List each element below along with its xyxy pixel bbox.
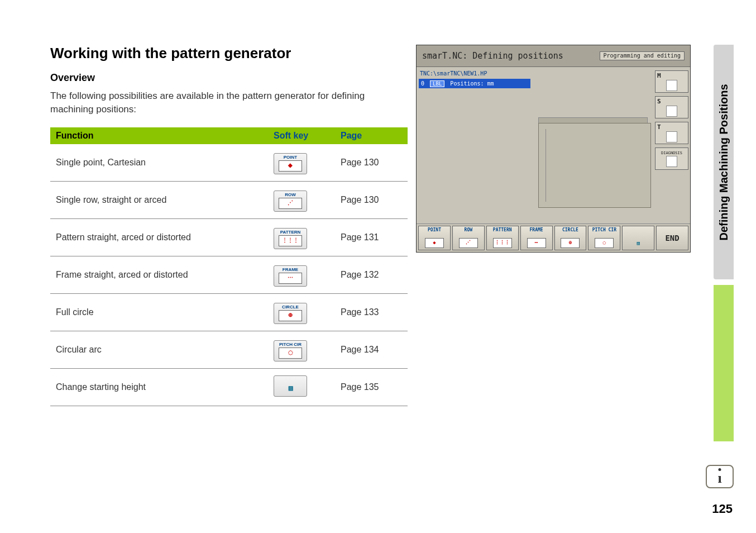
mini-icon <box>666 80 677 91</box>
app-title: smarT.NC: Defining positions <box>422 51 563 61</box>
sk-pattern[interactable]: PATTERN ⋮⋮⋮ <box>486 226 519 250</box>
side-btn-diagnosis[interactable]: DIAGNOSIS <box>655 147 688 170</box>
page-cell: Page 134 <box>335 331 408 368</box>
lbl-badge: LBL <box>430 80 444 87</box>
func-cell: Frame straight, arced or distorted <box>50 256 268 293</box>
page-cell: Page 133 <box>335 293 408 331</box>
softkey-cell: ROW ⋰ <box>268 181 335 218</box>
softkey-cell: PATTERN ⋮⋮⋮ <box>268 218 335 256</box>
sk-point[interactable]: POINT ◆ <box>418 226 451 250</box>
table-row: Frame straight, arced or distorted FRAME… <box>50 256 408 293</box>
table-row: Circular arc PITCH CIR ◌ Page 134 <box>50 331 408 368</box>
frame-icon: FRAME ⋯ <box>274 265 307 287</box>
row-icon: ROW ⋰ <box>274 191 307 212</box>
sk-frame[interactable]: FRAME ⋯ <box>520 226 553 250</box>
sk-circle[interactable]: CIRCLE ⊕ <box>554 226 587 250</box>
function-table: Function Soft key Page Single point, Car… <box>50 127 408 406</box>
chapter-tab-text: Defining Machining Positions <box>717 84 730 240</box>
height-icon: ▨ <box>274 375 307 397</box>
header-softkey: Soft key <box>268 127 335 144</box>
description-text: The following possibilities are availabl… <box>50 89 408 116</box>
table-row: Change starting height ▨ Page 135 <box>50 368 408 406</box>
table-row: Full circle CIRCLE ⊕ Page 133 <box>50 293 408 331</box>
file-path: TNC:\smarTNC\NEW1.HP <box>419 69 530 78</box>
side-btn-t[interactable]: T <box>655 122 688 144</box>
func-cell: Single row, straight or arced <box>50 181 268 218</box>
side-btn-m[interactable]: M <box>655 70 688 93</box>
func-cell: Single point, Cartesian <box>50 144 268 182</box>
func-cell: Change starting height <box>50 368 268 406</box>
mode-label: Programming and editing <box>600 51 685 60</box>
page-cell: Page 130 <box>335 181 408 218</box>
page-cell: Page 132 <box>335 256 408 293</box>
app-right-panel <box>533 67 653 223</box>
sk-pitch-cir[interactable]: PITCH CIR ◌ <box>588 226 620 250</box>
app-screenshot: smarT.NC: Defining positions Programming… <box>416 45 691 253</box>
page-title: Working with the pattern generator <box>50 45 408 62</box>
mini-icon <box>666 156 677 167</box>
sk-row[interactable]: ROW ⋰ <box>452 226 485 250</box>
softkey-cell: FRAME ⋯ <box>268 256 335 293</box>
page-cell: Page 130 <box>335 144 408 182</box>
pattern-icon: PATTERN ⋮⋮⋮ <box>274 228 307 249</box>
app-sidebar: M S T DIAGNOSIS <box>653 67 690 223</box>
mini-icon <box>666 106 677 117</box>
softkey-cell: ▨ <box>268 368 335 406</box>
mini-icon <box>666 131 677 142</box>
green-side-bar <box>714 285 734 441</box>
softkey-cell: PITCH CIR ◌ <box>268 331 335 368</box>
app-titlebar: smarT.NC: Defining positions Programming… <box>417 45 690 67</box>
page-cell: Page 131 <box>335 218 408 256</box>
side-btn-s[interactable]: S <box>655 96 688 118</box>
sk-end[interactable]: END <box>656 226 688 250</box>
table-row: Single point, Cartesian POINT ◆ Page 130 <box>50 144 408 182</box>
plot-area <box>538 123 651 208</box>
page-cell: Page 135 <box>335 368 408 406</box>
overview-heading: Overview <box>50 72 408 84</box>
chapter-tab: Defining Machining Positions <box>714 45 734 279</box>
sk-height[interactable]: ▨ <box>622 226 654 250</box>
header-function: Function <box>50 127 268 144</box>
softkey-cell: CIRCLE ⊕ <box>268 293 335 331</box>
circle-icon: CIRCLE ⊕ <box>274 303 307 324</box>
func-cell: Circular arc <box>50 331 268 368</box>
header-page: Page <box>335 127 408 144</box>
softkey-cell: POINT ◆ <box>268 144 335 182</box>
active-row[interactable]: 0 LBL Positions: mm <box>419 79 530 88</box>
page-number: 125 <box>712 502 733 516</box>
func-cell: Pattern straight, arced or distorted <box>50 218 268 256</box>
pitch-cir-icon: PITCH CIR ◌ <box>274 340 307 361</box>
table-row: Single row, straight or arced ROW ⋰ Page… <box>50 181 408 218</box>
point-icon: POINT ◆ <box>274 153 307 174</box>
info-icon: ı <box>706 465 734 488</box>
app-left-panel: TNC:\smarTNC\NEW1.HP 0 LBL Positions: mm <box>417 67 533 223</box>
func-cell: Full circle <box>50 293 268 331</box>
table-row: Pattern straight, arced or distorted PAT… <box>50 218 408 256</box>
app-softkey-bar: POINT ◆ ROW ⋰ PATTERN ⋮⋮⋮ FRAME ⋯ CIRCLE… <box>417 223 690 252</box>
